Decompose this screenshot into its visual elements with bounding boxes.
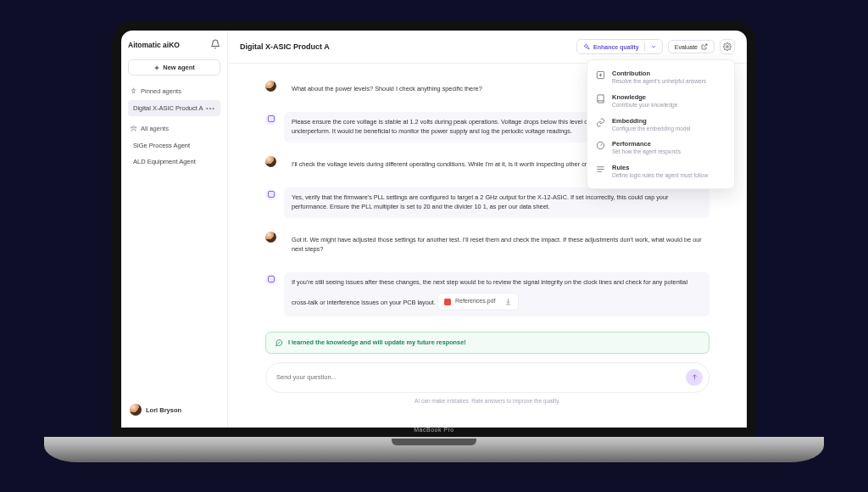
dropdown-item-embedding[interactable]: EmbeddingConfigure the embedding model [587, 113, 734, 137]
message-bot: Yes, verify that the firmware's PLL sett… [265, 187, 709, 218]
laptop-base: MacBook Pro [44, 437, 824, 462]
message-text: Yes, verify that the firmware's PLL sett… [284, 187, 709, 218]
sidebar-item-digital-x-asic[interactable]: Digital X-ASIC Product A ••• [128, 100, 220, 116]
sidebar: Aitomatic aiKO New agent Pinned agents D… [121, 31, 228, 428]
learned-banner-text: I learned the knowledge and will update … [288, 338, 466, 346]
new-agent-button[interactable]: New agent [128, 59, 220, 75]
all-agents-header: All agents [130, 125, 219, 132]
attachment-chip[interactable]: References.pdf [437, 293, 519, 310]
message-user: Got it. We might have adjusted those set… [265, 230, 709, 260]
learned-banner: I learned the knowledge and will update … [265, 332, 709, 354]
svg-point-2 [135, 127, 136, 129]
user-name-label: Lori Bryson [146, 406, 181, 414]
message-bot: If you're still seeing issues after thes… [265, 272, 709, 316]
avatar-icon [265, 81, 276, 92]
pdf-icon [444, 299, 451, 305]
attachment-filename: References.pdf [455, 297, 495, 306]
gear-icon [723, 42, 732, 51]
enhance-quality-button[interactable]: Enhance quality [576, 39, 663, 54]
brand-logo: Aitomatic aiKO [128, 41, 180, 49]
more-icon[interactable]: ••• [206, 104, 215, 112]
avatar-icon [265, 232, 276, 243]
dropdown-item-performance[interactable]: PerformanceSet how the agent responds [587, 136, 734, 159]
chat-check-icon [275, 338, 283, 347]
send-button[interactable] [686, 369, 703, 386]
book-icon [596, 94, 605, 103]
settings-button[interactable] [720, 39, 735, 54]
arrow-up-icon [691, 373, 698, 381]
main-panel: Digital X-ASIC Product A Enhance quality… [228, 31, 747, 428]
bot-avatar-icon [265, 274, 276, 285]
laptop-label: MacBook Pro [414, 427, 454, 433]
evaluate-label: Evaluate [675, 44, 698, 50]
laptop-frame: Aitomatic aiKO New agent Pinned agents D… [112, 21, 756, 437]
message-input-bar[interactable] [265, 362, 709, 393]
bell-icon[interactable] [210, 39, 220, 51]
svg-point-0 [132, 126, 134, 128]
message-input[interactable] [276, 373, 681, 381]
dropdown-item-contribution[interactable]: ContributionResolve the agent's unhelpfu… [587, 65, 734, 89]
page-title: Digital X-ASIC Product A [240, 42, 330, 51]
sidebar-item-sige-process[interactable]: SiGe Process Agent [128, 137, 220, 154]
evaluate-button[interactable]: Evaluate [668, 40, 715, 53]
message-bubble: If you're still seeing issues after thes… [284, 272, 709, 316]
current-user[interactable]: Lori Bryson [128, 400, 220, 419]
sidebar-item-label: ALD Equipment Agent [133, 158, 196, 165]
link-icon [596, 118, 605, 127]
pinned-agents-header: Pinned agents [130, 87, 219, 95]
sidebar-item-ald-equipment[interactable]: ALD Equipment Agent [128, 154, 220, 170]
chevron-down-icon[interactable] [650, 43, 657, 50]
dropdown-item-knowledge[interactable]: KnowledgeContribute your knowledge [587, 89, 734, 113]
gauge-icon [596, 141, 605, 150]
new-agent-label: New agent [163, 64, 195, 71]
avatar-icon [265, 156, 276, 167]
plus-square-icon [596, 70, 605, 80]
enhance-quality-dropdown: ContributionResolve the agent's unhelpfu… [587, 59, 735, 189]
rules-icon [596, 165, 605, 174]
app-screen: Aitomatic aiKO New agent Pinned agents D… [121, 31, 747, 428]
message-text: Got it. We might have adjusted those set… [284, 230, 709, 260]
dropdown-item-rules[interactable]: RulesDefine logic rules the agent must f… [587, 159, 734, 183]
footer-disclaimer: AI can make mistakes. Rate answers to im… [265, 394, 709, 405]
download-icon[interactable] [504, 298, 512, 305]
bot-avatar-icon [265, 114, 276, 125]
svg-point-3 [726, 46, 729, 48]
enhance-quality-label: Enhance quality [593, 44, 639, 50]
bot-avatar-icon [265, 189, 276, 200]
svg-point-1 [131, 127, 132, 129]
sidebar-item-label: Digital X-ASIC Product A [133, 104, 203, 112]
avatar-icon [130, 404, 142, 416]
sidebar-item-label: SiGe Process Agent [133, 142, 190, 149]
